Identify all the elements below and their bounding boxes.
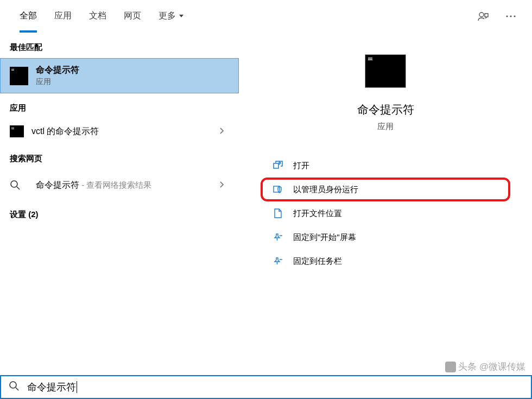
svg-point-1 [506,15,508,17]
section-settings[interactable]: 设置 (2) [0,201,239,229]
section-best-match: 最佳匹配 [0,33,239,58]
feedback-icon[interactable] [478,11,490,22]
tab-web[interactable]: 网页 [115,0,150,33]
search-icon [9,381,20,394]
action-label: 固定到任务栏 [293,256,342,267]
more-icon[interactable] [506,15,516,17]
search-tabs: 全部 应用 文档 网页 更多 [0,0,532,33]
action-pin-taskbar[interactable]: 固定到任务栏 [261,249,510,273]
pin-icon [273,256,283,267]
result-vctl[interactable]: vctl 的命令提示符 [0,119,239,144]
action-label: 打开文件位置 [293,208,342,219]
action-label: 固定到"开始"屏幕 [293,232,356,243]
preview-subtitle: 应用 [377,122,394,132]
cmd-icon [10,125,24,137]
result-subtitle: 应用 [36,77,229,87]
chevron-right-icon [219,181,225,190]
action-open-location[interactable]: 打开文件位置 [261,201,510,225]
tab-apps[interactable]: 应用 [46,0,80,33]
section-apps: 应用 [0,93,239,119]
result-title: vctl 的命令提示符 [31,126,219,137]
pin-icon [273,232,283,243]
section-search-web: 搜索网页 [0,144,239,169]
search-bar[interactable]: 命令提示符 [0,375,532,399]
result-web-search[interactable]: 命令提示符 - 查看网络搜索结果 [0,169,239,201]
open-icon [273,160,283,171]
search-query: 命令提示符 [27,381,76,394]
tab-docs[interactable]: 文档 [80,0,115,33]
chevron-right-icon [219,127,225,136]
svg-rect-5 [274,163,278,168]
action-list: 打开 以管理员身份运行 打开文件位置 [239,154,532,273]
action-label: 以管理员身份运行 [293,185,358,195]
result-title: 命令提示符 [36,65,229,76]
preview-app-icon [365,54,406,88]
chevron-down-icon [179,15,183,17]
action-pin-start[interactable]: 固定到"开始"屏幕 [261,225,510,249]
action-run-admin[interactable]: 以管理员身份运行 [261,178,510,201]
result-web-hint: - 查看网络搜索结果 [79,180,151,189]
text-cursor [77,381,77,393]
action-label: 打开 [293,161,309,171]
svg-point-4 [11,181,17,187]
watermark-logo-icon [445,362,456,372]
preview-title: 命令提示符 [357,102,414,117]
tab-more[interactable]: 更多 [150,0,192,33]
admin-icon [273,184,283,195]
result-web-query: 命令提示符 [36,180,79,189]
action-open[interactable]: 打开 [261,154,510,178]
svg-point-7 [10,382,16,388]
svg-point-2 [510,15,511,17]
cmd-icon [10,67,28,85]
tab-all[interactable]: 全部 [11,0,46,33]
search-icon [10,176,28,194]
preview-panel: 命令提示符 应用 打开 以管理员身份运行 [239,33,532,375]
result-cmd[interactable]: 命令提示符 应用 [0,58,239,93]
results-panel: 最佳匹配 命令提示符 应用 应用 vctl 的命令提示符 搜索网页 [0,33,239,375]
svg-point-3 [514,15,515,17]
folder-icon [273,208,283,219]
watermark: 头条 @微课传媒 [445,360,525,373]
svg-point-0 [479,12,484,17]
